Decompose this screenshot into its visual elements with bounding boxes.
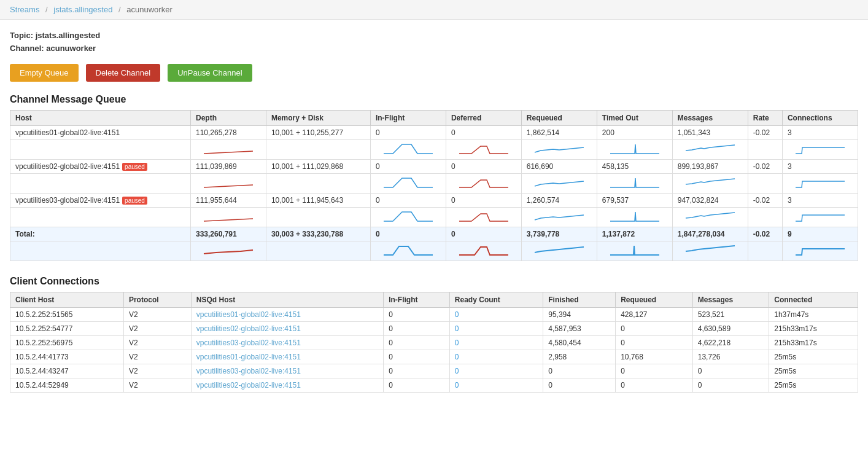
nsqd-host-link[interactable]: vpcutilities01-global02-live:4151: [196, 353, 301, 361]
breadcrumb-topic-link[interactable]: jstats.allingested: [53, 5, 112, 14]
chart-connections: [782, 207, 858, 227]
cell-connected: 215h33m17s: [769, 321, 858, 335]
nsqd-host-link[interactable]: vpcutilities01-global02-live:4151: [196, 310, 301, 319]
chart-total-label: [10, 241, 191, 260]
cell-conn-requeued: 0: [616, 364, 693, 378]
cell-nsqd-host: vpcutilities01-global02-live:4151: [191, 350, 383, 364]
cell-total-rate: -0.02: [748, 227, 782, 241]
cell-connected: 25m5s: [769, 378, 858, 392]
col-rate: Rate: [748, 110, 782, 125]
cell-total-deferred: 0: [446, 227, 521, 241]
list-item: 10.5.2.44:43247 V2 vpcutilities03-global…: [10, 364, 858, 378]
chart-host: [10, 139, 191, 159]
cell-rate: -0.02: [748, 193, 782, 207]
chart-rate: [748, 139, 782, 159]
chart-depth: [190, 207, 266, 227]
cell-rate: -0.02: [748, 125, 782, 139]
cell-connected: 215h33m17s: [769, 335, 858, 350]
chart-deferred: [446, 207, 521, 227]
cell-protocol: V2: [123, 307, 191, 321]
chart-total-memory-disk: [266, 241, 370, 260]
cell-timed-out: 200: [597, 125, 672, 139]
col-deferred: Deferred: [446, 110, 521, 125]
breadcrumb-sep2: /: [118, 5, 121, 14]
chart-rate: [748, 207, 782, 227]
unpause-channel-button[interactable]: UnPause Channel: [168, 64, 252, 82]
cell-depth: 110,265,278: [190, 125, 266, 139]
cell-conn-in-flight: 0: [384, 307, 450, 321]
cell-nsqd-host: vpcutilities03-global02-live:4151: [191, 335, 383, 350]
col-protocol: Protocol: [123, 292, 191, 307]
cell-deferred: 0: [446, 159, 521, 173]
cell-total-in-flight: 0: [370, 227, 446, 241]
breadcrumb-streams-link[interactable]: Streams: [10, 5, 39, 14]
cell-client-host: 10.5.2.44:43247: [10, 364, 124, 378]
chart-deferred: [446, 139, 521, 159]
cell-conn-in-flight: 0: [384, 321, 450, 335]
chart-total-messages: [672, 241, 748, 260]
chart-total-requeued: [521, 241, 597, 260]
nsqd-host-link[interactable]: vpcutilities02-global02-live:4151: [196, 381, 301, 390]
cell-memory-disk: 10,001 + 111,029,868: [266, 159, 370, 173]
cell-connections: 3: [782, 159, 858, 173]
col-connected: Connected: [769, 292, 858, 307]
empty-queue-button[interactable]: Empty Queue: [10, 64, 79, 82]
col-host: Host: [10, 110, 191, 125]
breadcrumb: Streams / jstats.allingested / acunuwork…: [0, 0, 868, 20]
cell-finished: 95,394: [543, 307, 616, 321]
cell-requeued: 1,260,574: [521, 193, 597, 207]
cell-nsqd-host: vpcutilities02-global02-live:4151: [191, 378, 383, 392]
topic-name: jstats.allingested: [36, 31, 100, 40]
table-row: vpcutilities03-global02-live:4151paused …: [10, 193, 858, 207]
chart-memory-disk: [266, 207, 370, 227]
cell-connected: 25m5s: [769, 364, 858, 378]
cell-client-host: 10.5.2.252:51565: [10, 307, 124, 321]
col-conn-in-flight: In-Flight: [384, 292, 450, 307]
cell-nsqd-host: vpcutilities03-global02-live:4151: [191, 364, 383, 378]
cell-ready-count: 0: [449, 307, 543, 321]
col-depth: Depth: [190, 110, 266, 125]
delete-channel-button[interactable]: Delete Channel: [86, 64, 161, 82]
nsqd-host-link[interactable]: vpcutilities03-global02-live:4151: [196, 367, 301, 375]
chart-requeued: [521, 207, 597, 227]
breadcrumb-sep1: /: [45, 5, 48, 14]
chart-total-connections: [782, 241, 858, 260]
cell-deferred: 0: [446, 125, 521, 139]
cell-timed-out: 458,135: [597, 159, 672, 173]
nsqd-host-link[interactable]: vpcutilities03-global02-live:4151: [196, 339, 301, 347]
cell-conn-messages: 4,630,589: [692, 321, 769, 335]
cell-finished: 0: [543, 378, 616, 392]
cell-connections: 3: [782, 193, 858, 207]
paused-badge: paused: [122, 197, 147, 205]
cell-conn-in-flight: 0: [384, 378, 450, 392]
cell-protocol: V2: [123, 321, 191, 335]
chart-host: [10, 173, 191, 193]
cell-protocol: V2: [123, 364, 191, 378]
cell-conn-in-flight: 0: [384, 335, 450, 350]
cell-total-timed-out: 1,137,872: [597, 227, 672, 241]
col-conn-requeued: Requeued: [616, 292, 693, 307]
queue-table: Host Depth Memory + Disk In-Flight Defer…: [10, 110, 858, 261]
nsqd-host-link[interactable]: vpcutilities02-global02-live:4151: [196, 324, 301, 333]
cell-conn-requeued: 0: [616, 335, 693, 350]
cell-in-flight: 0: [370, 125, 446, 139]
cell-finished: 0: [543, 364, 616, 378]
col-client-host: Client Host: [10, 292, 124, 307]
cell-connections: 3: [782, 125, 858, 139]
cell-ready-count: 0: [449, 364, 543, 378]
cell-client-host: 10.5.2.252:56975: [10, 335, 124, 350]
cell-ready-count: 0: [449, 335, 543, 350]
cell-connected: 1h37m47s: [769, 307, 858, 321]
topic-line: Topic: jstats.allingested: [10, 29, 858, 42]
conn-table-header: Client Host Protocol NSQd Host In-Flight…: [10, 292, 858, 307]
chart-row: [10, 139, 858, 159]
cell-client-host: 10.5.2.44:52949: [10, 378, 124, 392]
topic-info: Topic: jstats.allingested Channel: acunu…: [10, 29, 858, 55]
cell-finished: 2,958: [543, 350, 616, 364]
table-row: vpcutilities02-global02-live:4151paused …: [10, 159, 858, 173]
paused-badge: paused: [122, 163, 147, 171]
cell-conn-in-flight: 0: [384, 350, 450, 364]
cell-total-requeued: 3,739,778: [521, 227, 597, 241]
connections-section-title: Client Connections: [10, 276, 858, 287]
cell-client-host: 10.5.2.252:54777: [10, 321, 124, 335]
